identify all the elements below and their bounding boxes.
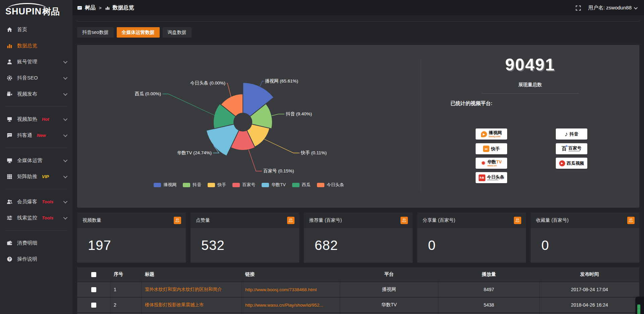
help-icon: ? <box>7 256 12 262</box>
pie-label: 华数TV (24.74%) <box>177 150 212 155</box>
platform-badge-toutiao: 头条今日头条 <box>476 172 507 183</box>
platform-name: 快手 <box>491 147 500 151</box>
sidebar-item-video-publish[interactable]: 视频发布 <box>0 86 72 102</box>
breadcrumb-separator: > <box>99 5 102 10</box>
legend-swatch <box>183 183 190 187</box>
platform-badge-boosj: ▶播视网boosj.com <box>476 128 507 140</box>
chevron-down-icon <box>63 91 68 96</box>
sidebar-item-data-overview[interactable]: 数据总览 <box>0 38 72 54</box>
platforms-title: 已统计的视频平台: <box>450 100 639 107</box>
photo-chart-icon <box>77 5 82 10</box>
sidebar-item-douketong[interactable]: 抖客通New <box>0 127 72 143</box>
cell-published: 2017-08-24 17:04 <box>539 282 639 297</box>
legend-item-快手[interactable]: 快手 <box>208 182 226 188</box>
main-content: 抖音seo数据全媒体运营数据询盘数据 播视网 (65.61%)抖音 (9.40%… <box>72 16 644 314</box>
user-menu[interactable]: 用户名: zswodun88 <box>588 5 637 11</box>
sidebar-menu: 首页数据总览账号管理抖音SEO视频发布视频加热Hot抖客通New全媒体运营矩阵助… <box>0 19 72 267</box>
column-header: 发布时间 <box>539 267 639 281</box>
screen-icon <box>7 116 12 122</box>
sidebar-item-matrix-boost[interactable]: 矩阵助推VIP <box>0 168 72 185</box>
sidebar-item-account-management[interactable]: 账号管理 <box>0 54 72 70</box>
platform-badge-xigua: ▶西瓜视频 <box>556 158 587 169</box>
users-icon <box>7 199 12 205</box>
tab-douyin-seo-data[interactable]: 抖音seo数据 <box>77 27 114 38</box>
overview-panel: 播视网 (65.61%)抖音 (9.40%)快手 (0.11%)百家号 (0.1… <box>77 45 639 208</box>
sidebar-item-omni-media[interactable]: 全媒体运营 <box>0 152 72 168</box>
platform-name: 华数TV <box>487 160 502 164</box>
floating-extension-widget[interactable] <box>635 297 644 314</box>
table-row: 2楼体投影灯投影效果震撼上市http://www.wasu.cn/Play/sh… <box>77 297 639 312</box>
legend-item-西瓜[interactable]: 西瓜 <box>292 182 311 188</box>
pie-label-line <box>227 83 231 97</box>
legend-item-播视网[interactable]: 播视网 <box>154 182 176 188</box>
sidebar-item-badge: VIP <box>42 174 49 179</box>
tab-inquiry-data[interactable]: 询盘数据 <box>163 27 192 38</box>
sidebar-item-badge: New <box>37 133 46 138</box>
column-header: 序号 <box>110 267 141 281</box>
cell-title-link[interactable]: 楼体投影灯投影效果震撼上市 <box>141 298 241 312</box>
legend-item-华数TV[interactable]: 华数TV <box>262 182 286 188</box>
column-header: 标题 <box>141 267 241 281</box>
cell-url-link[interactable]: http://www.wasu.cn/Play/show/id/952... <box>241 298 340 312</box>
breadcrumb-item-data-overview[interactable]: 数据总览 <box>113 4 134 11</box>
breadcrumb-item-shupin[interactable]: 树品 <box>85 4 96 11</box>
legend-swatch <box>317 183 324 187</box>
pie-label-line <box>260 81 264 86</box>
pie-label: 百家号 (0.15%) <box>263 168 294 173</box>
sidebar-item-label: 矩阵助推 <box>17 173 37 180</box>
sidebar-item-label: 抖音SEO <box>17 75 38 81</box>
stat-card-label: 分享量 (百家号) <box>423 217 455 223</box>
total-impressions-label: 展现量总数 <box>421 82 639 88</box>
sidebar-item-label: 账号管理 <box>17 59 37 65</box>
pie-label: 今日头条 (0.00%) <box>190 81 225 86</box>
tab-omni-media-data[interactable]: 全媒体运营数据 <box>117 27 160 38</box>
chevron-down-icon <box>63 215 68 219</box>
sidebar-item-operation-guide[interactable]: ?操作说明 <box>0 251 72 267</box>
sidebar-item-label: 首页 <box>17 27 27 33</box>
legend-item-抖音[interactable]: 抖音 <box>183 182 201 188</box>
platform-name: 西瓜视频 <box>567 161 584 165</box>
gear-icon <box>7 75 12 81</box>
cell-plays: 8497 <box>438 282 539 297</box>
row-checkbox[interactable] <box>91 303 96 308</box>
select-all-checkbox[interactable] <box>91 272 96 277</box>
summary-divider <box>482 93 579 94</box>
legend-swatch <box>262 183 269 187</box>
cell-plays: 5438 <box>438 298 539 312</box>
sidebar-item-lead-monitor[interactable]: 线索监控Tools <box>0 210 72 226</box>
sidebar-item-badge: Hot <box>42 117 49 122</box>
row-checkbox[interactable] <box>91 287 96 292</box>
home-icon <box>7 27 12 33</box>
cell-url-link[interactable]: http://www.boosj.com/7338468.html <box>241 282 340 297</box>
fullscreen-icon[interactable] <box>576 5 581 11</box>
legend-item-百家号[interactable]: 百家号 <box>232 182 255 188</box>
stat-card-value: 0 <box>417 238 436 253</box>
platform-name: 百家号 <box>569 146 582 150</box>
total-badge: 总 <box>287 217 294 224</box>
sidebar-item-member-baoke[interactable]: 会员爆客Tools <box>0 194 72 210</box>
total-impressions-value: 90491 <box>421 55 639 74</box>
platform-name: 播视网 <box>489 130 502 135</box>
chevron-down-icon <box>63 158 68 162</box>
sidebar-item-consume-detail[interactable]: 消费明细 <box>0 235 72 251</box>
sidebar-item-label: 视频发布 <box>17 91 37 97</box>
sidebar-item-label: 数据总览 <box>17 43 37 49</box>
summary-pane: 90491 展现量总数 已统计的视频平台: ▶播视网boosj.com♪抖音∞快… <box>421 45 639 208</box>
sidebar-item-video-heat[interactable]: 视频加热Hot <box>0 111 72 127</box>
sidebar-item-home[interactable]: 首页 <box>0 21 72 38</box>
videos-table: 序号标题链接平台播放量发布时间 1室外水纹灯和室内水纹灯的区别和简介http:/… <box>77 267 639 314</box>
stat-card-label: 点赞量 <box>196 217 210 223</box>
legend-swatch <box>292 183 300 187</box>
data-tabs: 抖音seo数据全媒体运营数据询盘数据 <box>77 27 639 38</box>
cell-title-link[interactable]: 室外水纹灯和室内水纹灯的区别和简介 <box>141 282 241 297</box>
stat-cards-row: 视频数量总197点赞量总532推荐量 (百家号)总682分享量 (百家号)总0收… <box>77 212 639 263</box>
pie-label-line <box>162 94 215 115</box>
user-icon <box>7 59 12 65</box>
battery-indicator-icon <box>637 305 640 314</box>
sidebar-item-douyin-seo[interactable]: 抖音SEO <box>0 70 72 86</box>
sidebar: SHUPIN树品 首页数据总览账号管理抖音SEO视频发布视频加热Hot抖客通Ne… <box>0 0 72 314</box>
table-body: 1室外水纹灯和室内水纹灯的区别和简介http://www.boosj.com/7… <box>77 281 639 314</box>
logo-arc-decoration <box>7 3 47 9</box>
legend-item-今日头条[interactable]: 今日头条 <box>317 182 344 188</box>
platform-badge-baijiahao: 百✎百家号 <box>556 143 587 154</box>
